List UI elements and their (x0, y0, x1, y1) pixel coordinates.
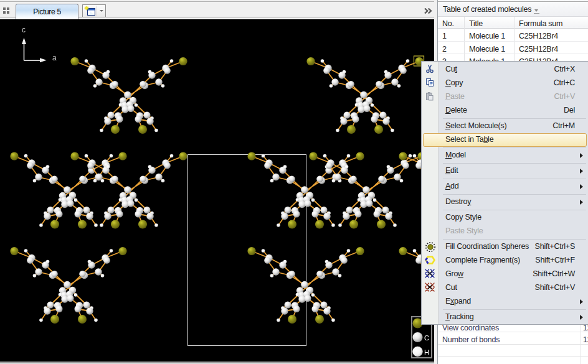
svg-text:C: C (424, 334, 429, 342)
svg-text:c: c (22, 26, 26, 34)
svg-text:H: H (424, 348, 429, 356)
svg-text:a: a (52, 54, 57, 62)
